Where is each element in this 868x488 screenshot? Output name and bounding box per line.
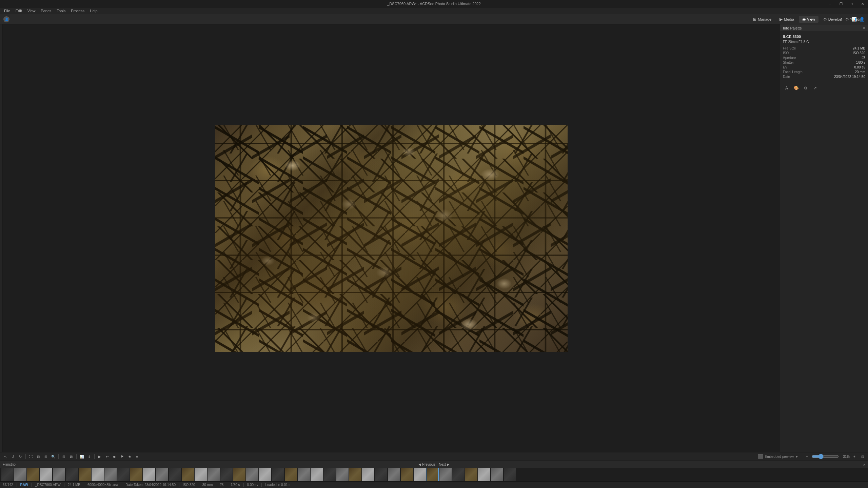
filmstrip-thumb[interactable] <box>414 468 426 481</box>
filmstrip-thumb[interactable] <box>156 468 168 481</box>
fit-to-screen-button[interactable]: ⊡ <box>859 453 866 460</box>
person-icon[interactable]: 👤 <box>860 17 865 22</box>
zoom-in-button[interactable]: + <box>851 453 858 460</box>
filmstrip-thumb[interactable] <box>143 468 155 481</box>
info-palette-title: Info Palette <box>783 26 802 30</box>
tool-rotate-right[interactable]: ↻ <box>17 453 24 460</box>
filmstrip-thumb[interactable] <box>388 468 400 481</box>
tool-slideshow[interactable]: ▶ <box>96 453 103 460</box>
filmstrip-thumb[interactable] <box>92 468 104 481</box>
sidebar-settings-icon[interactable]: ⚙ <box>802 84 809 92</box>
filmstrip-thumb[interactable] <box>336 468 349 481</box>
filmstrip-thumb[interactable] <box>66 468 78 481</box>
zoom-slider[interactable] <box>812 454 839 459</box>
filmstrip-thumb[interactable] <box>182 468 194 481</box>
image-view[interactable] <box>3 24 780 452</box>
filmstrip-thumb[interactable] <box>349 468 361 481</box>
filmstrip-thumb[interactable] <box>130 468 142 481</box>
close-button[interactable]: ✕ <box>857 0 868 7</box>
preview-dropdown[interactable]: ▼ <box>795 455 798 459</box>
filmstrip-thumb[interactable] <box>14 468 26 481</box>
filmstrip-close-button[interactable]: × <box>863 463 865 467</box>
separator-4 <box>94 454 95 459</box>
filmstrip-thumb[interactable] <box>323 468 336 481</box>
filmstrip-thumb[interactable] <box>401 468 413 481</box>
filmstrip-container: Filmstrip ◀ Previous Next ▶ × <box>0 461 868 481</box>
minimize-button[interactable]: ─ <box>825 0 835 7</box>
tool-select[interactable]: ↖ <box>2 453 9 460</box>
filmstrip-thumb[interactable] <box>1 468 14 481</box>
tool-actual-size[interactable]: ⊡ <box>35 453 42 460</box>
tool-loop[interactable]: ↩ <box>104 453 111 460</box>
filmstrip-thumb[interactable] <box>478 468 490 481</box>
tool-color[interactable]: ● <box>134 453 140 460</box>
previous-button[interactable]: ◀ Previous <box>418 463 435 466</box>
tool-star[interactable]: ★ <box>126 453 133 460</box>
shutter-value: 1/80 s <box>856 61 865 64</box>
filmstrip-thumb[interactable] <box>439 468 452 481</box>
filmstrip-thumb[interactable] <box>465 468 477 481</box>
sidebar-palette-icon[interactable]: 🎨 <box>792 84 800 92</box>
filmstrip-thumb[interactable] <box>504 468 516 481</box>
status-ev: 0.00 ev <box>247 483 258 487</box>
filmstrip-thumb[interactable] <box>259 468 271 481</box>
filmstrip-thumb[interactable] <box>362 468 374 481</box>
chart-icon[interactable]: 📊 <box>852 17 857 22</box>
filmstrip-thumb[interactable] <box>79 468 91 481</box>
next-button[interactable]: Next ▶ <box>439 463 450 466</box>
menu-panes[interactable]: Panes <box>38 7 54 14</box>
filmstrip-thumb[interactable] <box>27 468 39 481</box>
menu-file[interactable]: File <box>1 7 13 14</box>
manage-mode-button[interactable]: ⊞ Manage <box>750 16 775 23</box>
share-icon[interactable]: ↗ <box>839 17 843 22</box>
filmstrip-thumb[interactable] <box>452 468 465 481</box>
filmstrip-thumb[interactable] <box>195 468 207 481</box>
restore-button[interactable]: ❐ <box>835 0 846 7</box>
sidebar-action-icons: A 🎨 ⚙ ↗ <box>780 82 868 94</box>
filmstrip-scroll[interactable] <box>0 468 868 481</box>
filmstrip-thumb-active[interactable] <box>427 468 439 481</box>
filmstrip-title: Filmstrip <box>3 463 16 466</box>
filmstrip-thumb[interactable] <box>375 468 387 481</box>
filmstrip-thumb[interactable] <box>40 468 52 481</box>
maximize-button[interactable]: □ <box>846 0 857 7</box>
tool-flag[interactable]: ⚑ <box>119 453 125 460</box>
filmstrip-thumb[interactable] <box>53 468 65 481</box>
filmstrip-thumb[interactable] <box>208 468 220 481</box>
tool-next[interactable]: ⏭ <box>111 453 118 460</box>
media-mode-button[interactable]: ▶ Media <box>776 16 797 23</box>
tool-fullscreen[interactable]: ⛶ <box>27 453 34 460</box>
filmstrip-thumb[interactable] <box>491 468 503 481</box>
filmstrip-thumb[interactable] <box>311 468 323 481</box>
filmstrip-thumb[interactable] <box>104 468 117 481</box>
tool-zoom-in[interactable]: 🔍 <box>50 453 57 460</box>
filmstrip-thumb[interactable] <box>233 468 245 481</box>
sidebar-share-icon[interactable]: ↗ <box>811 84 819 92</box>
status-date: Date Taken: 23/04/2022 19:14:50 <box>125 483 176 487</box>
settings-icon[interactable]: ⚙ <box>845 17 849 22</box>
menu-tools[interactable]: Tools <box>54 7 68 14</box>
tool-before-after[interactable]: ⊠ <box>68 453 75 460</box>
menu-edit[interactable]: Edit <box>13 7 25 14</box>
filmstrip-thumb[interactable] <box>169 468 181 481</box>
zoom-out-button[interactable]: − <box>804 453 810 460</box>
menu-process[interactable]: Process <box>68 7 87 14</box>
window-controls: ─ ❐ □ ✕ <box>825 0 868 7</box>
filmstrip-thumb[interactable] <box>285 468 297 481</box>
menu-view[interactable]: View <box>25 7 38 14</box>
info-palette-close-button[interactable]: ✕ <box>863 26 865 30</box>
tool-info[interactable]: ℹ <box>86 453 93 460</box>
tool-fit[interactable]: ⊞ <box>42 453 49 460</box>
filmstrip-thumb[interactable] <box>220 468 233 481</box>
filmstrip-thumb[interactable] <box>272 468 284 481</box>
menu-help[interactable]: Help <box>87 7 100 14</box>
view-mode-button[interactable]: ◉ View <box>799 16 818 23</box>
tool-histogram[interactable]: 📊 <box>78 453 85 460</box>
filmstrip-thumb[interactable] <box>117 468 130 481</box>
profile-icon[interactable]: 👤 <box>3 16 9 22</box>
sidebar-edit-icon[interactable]: A <box>783 84 790 92</box>
filmstrip-thumb[interactable] <box>298 468 310 481</box>
tool-compare[interactable]: ⊟ <box>60 453 67 460</box>
tool-rotate-left[interactable]: ↺ <box>9 453 16 460</box>
filmstrip-thumb[interactable] <box>246 468 258 481</box>
